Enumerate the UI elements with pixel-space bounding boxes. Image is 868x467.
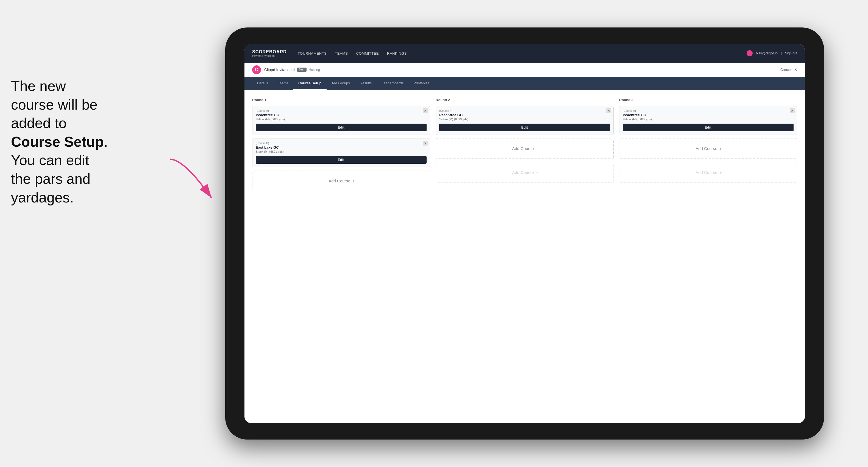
tab-details[interactable]: Details [252,77,273,90]
cancel-x-icon: ✕ [794,68,797,72]
round2-course-a-name: Peachtree GC [439,113,610,117]
round2-course-a-delete-icon[interactable]: ✕ [606,108,611,113]
user-email: blair@clippd.io [756,51,778,55]
nav-committee[interactable]: COMMITTEE [356,51,379,56]
tab-teams[interactable]: Teams [273,77,293,90]
nav-right: blair@clippd.io | Sign out [747,50,797,56]
logo-letter: C [255,67,258,72]
tablet-screen: SCOREBOARD Powered by clippd TOURNAMENTS… [245,44,805,423]
round2-add-course-plus-icon: + [536,146,538,151]
round3-course-a-tag: (Course A) [623,109,794,112]
round2-add-course-disabled-button: Add Course + [436,162,614,183]
round1-add-course-plus-icon: + [352,179,355,183]
tournament-bar: C Clippd Invitational Men Hosting Cancel… [245,63,805,77]
round1-course-b-edit-button[interactable]: Edit [256,156,427,164]
nav-rankings[interactable]: RANKINGS [387,51,407,56]
round3-add-course-label: Add Course [695,146,717,151]
round3-add-course-disabled-button: Add Course + [619,162,797,183]
hosting-badge: Hosting [309,68,320,72]
brand-subtitle: Powered by clippd [252,54,287,57]
round2-add-course-button[interactable]: Add Course + [436,138,614,159]
round3-course-a-name: Peachtree GC [623,113,794,117]
annotation-line2: course will be [11,97,97,113]
round2-course-a-details: Yellow (M) (6629 yds) [439,118,610,121]
annotation-line5: You can edit [11,152,89,168]
round3-add-course-bottom-plus-icon: + [719,170,722,175]
annotation-line3: added to [11,115,66,131]
round1-add-course-label: Add Course [329,179,350,183]
cancel-label: Cancel [780,68,792,72]
annotation-line4-bold: Course Setup [11,134,104,150]
sign-out-link[interactable]: Sign out [785,51,797,55]
round3-course-a-card: (Course A) Peachtree GC Yellow (M) (6629… [619,106,797,135]
round-1-label: Round 1 [252,98,430,102]
tournament-logo: C [252,65,261,74]
round2-add-course-bottom-plus-icon: + [536,170,538,175]
annotation-line1: The new [11,78,66,94]
round2-add-course-bottom-label: Add Course [512,170,534,175]
round3-course-a-delete-icon[interactable]: ✕ [790,108,795,113]
round-2-column: Round 2 (Course A) Peachtree GC Yellow (… [436,98,614,194]
tournament-name: Clippd Invitational [264,68,295,72]
tournament-gender-badge: Men [297,68,307,72]
round1-course-a-details: Yellow (M) (6629 yds) [256,118,427,121]
round1-course-a-card: (Course A) Peachtree GC Yellow (M) (6629… [252,106,430,135]
sub-nav: Details Teams Course Setup Tee Groups Re… [245,77,805,90]
round3-course-a-edit-button[interactable]: Edit [623,124,794,131]
round1-course-a-name: Peachtree GC [256,113,427,117]
tablet-device: SCOREBOARD Powered by clippd TOURNAMENTS… [225,28,824,439]
round2-course-a-card: (Course A) Peachtree GC Yellow (M) (6629… [436,106,614,135]
round1-course-a-edit-button[interactable]: Edit [256,124,427,131]
round3-add-course-button[interactable]: Add Course + [619,138,797,159]
annotation-line7: yardages. [11,190,73,206]
tab-leaderboards[interactable]: Leaderboards [377,77,408,90]
round2-course-a-edit-button[interactable]: Edit [439,124,610,131]
tab-results[interactable]: Results [355,77,377,90]
tab-tee-groups[interactable]: Tee Groups [327,77,355,90]
tab-printables[interactable]: Printables [408,77,434,90]
round1-course-b-card: (Course B) East Lake GC Black (M) (6891 … [252,138,430,167]
round1-course-b-tag: (Course B) [256,142,427,145]
cancel-button[interactable]: Cancel ✕ [780,68,797,72]
annotation-period1: . [104,134,108,150]
round-1-column: Round 1 (Course A) Peachtree GC Yellow (… [252,98,430,194]
round1-add-course-button[interactable]: Add Course + [252,170,430,191]
nav-links: TOURNAMENTS TEAMS COMMITTEE RANKINGS [298,51,747,56]
annotation-line6: the pars and [11,171,90,187]
round-2-label: Round 2 [436,98,614,102]
round2-course-a-tag: (Course A) [439,109,610,112]
main-content: Round 1 (Course A) Peachtree GC Yellow (… [245,90,805,423]
left-annotation: The new course will be added to Course S… [11,77,181,207]
brand-title: SCOREBOARD [252,50,287,54]
round3-course-a-details: Yellow (M) (6629 yds) [623,118,794,121]
top-nav: SCOREBOARD Powered by clippd TOURNAMENTS… [245,44,805,63]
nav-separator: | [781,51,782,55]
user-avatar-dot [747,50,753,56]
round1-course-a-tag: (Course A) [256,109,427,112]
round2-add-course-label: Add Course [512,146,534,151]
nav-teams[interactable]: TEAMS [335,51,348,56]
brand: SCOREBOARD Powered by clippd [252,50,287,57]
nav-tournaments[interactable]: TOURNAMENTS [298,51,327,56]
tab-course-setup[interactable]: Course Setup [293,77,327,90]
round1-course-b-name: East Lake GC [256,145,427,150]
round3-add-course-bottom-label: Add Course [695,170,717,175]
round-3-column: Round 3 (Course A) Peachtree GC Yellow (… [619,98,797,194]
rounds-grid: Round 1 (Course A) Peachtree GC Yellow (… [252,98,797,194]
round1-course-a-delete-icon[interactable]: ✕ [423,108,428,113]
round3-add-course-plus-icon: + [719,146,722,151]
round1-course-b-delete-icon[interactable]: ✕ [423,141,428,146]
round1-course-b-details: Black (M) (6891 yds) [256,150,427,153]
round-3-label: Round 3 [619,98,797,102]
